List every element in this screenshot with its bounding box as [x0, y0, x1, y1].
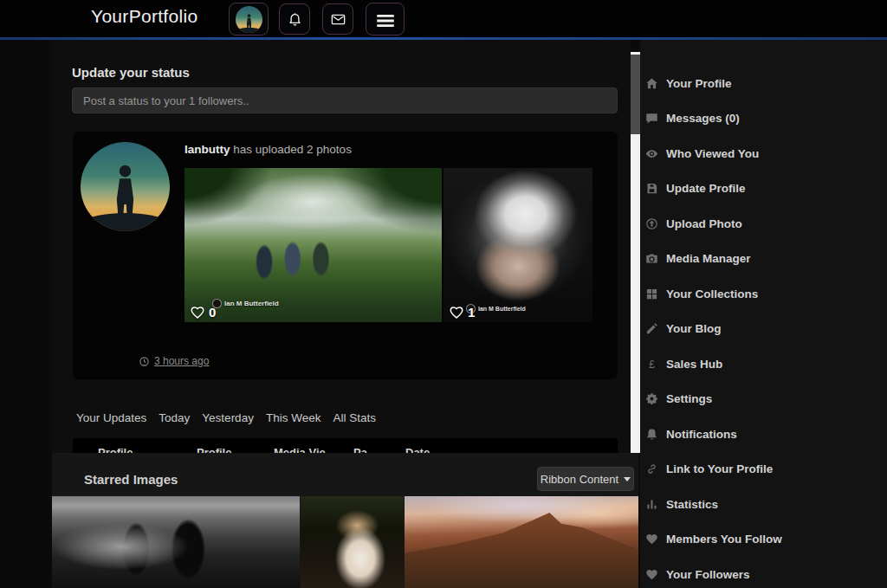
- camera-icon: [645, 252, 658, 265]
- bell-icon: [645, 428, 658, 441]
- sidebar-item[interactable]: Your Followers: [640, 557, 887, 588]
- sidebar-item[interactable]: Update Profile: [640, 171, 887, 207]
- like-heart-icon[interactable]: [190, 305, 205, 320]
- right-sidebar: Your Profile Messages (0) Who Viewed You…: [640, 40, 887, 588]
- like-count: 0: [209, 305, 216, 320]
- timestamp-link[interactable]: 3 hours ago: [154, 355, 209, 367]
- sidebar-item[interactable]: Statistics: [640, 487, 887, 522]
- sidebar-item[interactable]: Media Manager: [640, 242, 887, 277]
- hamburger-icon: [374, 10, 397, 29]
- feed-action-text: has uploaded 2 photos: [233, 143, 352, 156]
- gear-icon: [645, 392, 658, 405]
- heart-icon: [645, 533, 658, 546]
- status-heading: Update your status: [72, 65, 190, 80]
- stats-tab[interactable]: This Week: [266, 411, 321, 424]
- post-timestamp: 3 hours ago: [139, 355, 209, 367]
- sidebar-item[interactable]: Link to Your Profile: [640, 452, 887, 488]
- ribbon-content-dropdown[interactable]: Ribbon Content: [537, 467, 634, 491]
- sidebar-item[interactable]: Settings: [640, 382, 887, 417]
- messages-button[interactable]: [322, 3, 353, 35]
- top-navbar: YourPortfolio: [0, 0, 887, 37]
- menu-button[interactable]: [366, 3, 405, 36]
- comment-icon: [645, 112, 658, 125]
- profile-logo-button[interactable]: [229, 3, 269, 36]
- avatar[interactable]: [81, 142, 170, 231]
- chart-icon: [645, 498, 658, 511]
- eye-icon: [645, 147, 658, 160]
- upload-icon: [645, 217, 658, 230]
- profile-photo-icon: [236, 6, 262, 33]
- envelope-icon: [330, 11, 346, 28]
- stats-tabs: Your Updates Today Yesterday This Week A…: [76, 411, 376, 424]
- starred-heading: Starred Images: [84, 472, 178, 487]
- starred-image-woman-in-white-dress[interactable]: [301, 496, 404, 588]
- feed-photo-hikers-overlooking-valley[interactable]: Ian M Butterfield 0: [185, 168, 442, 322]
- stats-tab[interactable]: Your Updates: [76, 411, 146, 424]
- pound-icon: £: [645, 358, 658, 371]
- feed-photo-woman-water-splash[interactable]: Ian M Butterfield 1: [444, 168, 592, 322]
- stats-table-clipped: Profile Profile Media Vie Pa Date: [73, 438, 618, 453]
- starred-image-mountain-sunset[interactable]: [405, 496, 638, 588]
- grid-icon: [645, 288, 658, 300]
- stats-table-header: Profile: [98, 446, 133, 453]
- notifications-button[interactable]: [279, 3, 310, 35]
- link-icon: [645, 462, 658, 475]
- starred-images-section: Starred Images Ribbon Content: [52, 453, 638, 588]
- stats-tab[interactable]: Yesterday: [202, 411, 254, 424]
- stats-table-header: Pa: [353, 446, 367, 453]
- heart-icon: [645, 568, 658, 581]
- feed-headline: Ianbutty has uploaded 2 photos: [185, 143, 352, 156]
- status-input[interactable]: [72, 87, 618, 113]
- home-icon: [645, 77, 658, 90]
- brand-title[interactable]: YourPortfolio: [91, 6, 197, 27]
- photo-watermark: Ian M Butterfield: [212, 299, 279, 308]
- sidebar-item[interactable]: Members You Follow: [640, 522, 887, 558]
- starred-image-racing-pit-monochrome[interactable]: [52, 496, 300, 588]
- pencil-icon: [645, 322, 658, 335]
- sidebar-item[interactable]: Your Collections: [640, 276, 887, 312]
- sidebar-item[interactable]: Messages (0): [640, 101, 887, 137]
- sidebar-item[interactable]: Upload Photo: [640, 206, 887, 242]
- stats-table-header: Date: [405, 446, 430, 453]
- sidebar-item[interactable]: Your Profile: [640, 66, 887, 101]
- main-content-panel: Update your status Ianbutty has uploaded…: [52, 40, 631, 453]
- sidebar-item[interactable]: Notifications: [640, 417, 887, 452]
- stats-table-header: Profile: [197, 446, 231, 453]
- like-heart-icon[interactable]: [449, 305, 464, 320]
- caret-down-icon: [624, 477, 631, 481]
- stats-tab[interactable]: All Stats: [333, 411, 376, 424]
- sidebar-item[interactable]: Your Blog: [640, 312, 887, 347]
- main-scrollbar-track[interactable]: [631, 52, 640, 453]
- feed-card: Ianbutty has uploaded 2 photos Ian M But…: [73, 132, 618, 379]
- stats-tab[interactable]: Today: [159, 411, 190, 424]
- clock-icon: [139, 356, 150, 367]
- mountain-ridge: [405, 496, 638, 588]
- bell-icon: [287, 11, 303, 28]
- ribbon-content-label: Ribbon Content: [541, 473, 618, 486]
- username-link[interactable]: Ianbutty: [185, 143, 230, 156]
- svg-text:£: £: [649, 358, 655, 370]
- like-count: 1: [468, 305, 475, 320]
- sidebar-item[interactable]: £ Sales Hub: [640, 346, 887, 382]
- save-icon: [645, 182, 658, 195]
- main-scrollbar-thumb[interactable]: [631, 55, 640, 134]
- sidebar-item[interactable]: Who Viewed You: [640, 136, 887, 171]
- stats-table-header: Media Vie: [274, 446, 326, 453]
